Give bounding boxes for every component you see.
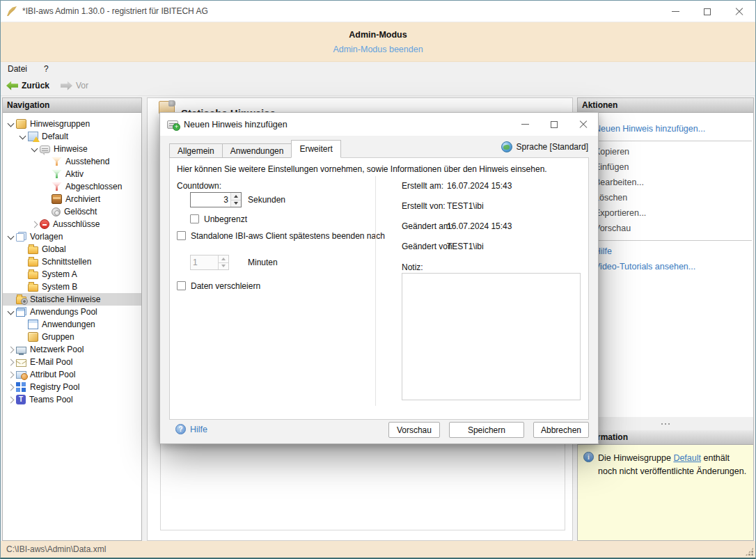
checkbox-icon[interactable] <box>190 214 199 223</box>
obfuscate-data-checkbox[interactable]: Daten verschleiern <box>177 281 260 292</box>
tree-item-statische-hinweise[interactable]: Statische Hinweise <box>3 293 141 306</box>
tree-item-hinweise[interactable]: Hinweise <box>3 143 141 155</box>
static-icon <box>16 297 26 304</box>
expander-down-icon[interactable] <box>6 232 16 242</box>
tab-anwendungen[interactable]: Anwendungen <box>222 143 292 158</box>
tree-item-label: Aktiv <box>65 169 84 179</box>
language-selector[interactable]: Sprache [Standard] <box>501 141 588 152</box>
expander-right-icon[interactable] <box>6 357 16 368</box>
expander-right-icon[interactable] <box>6 370 16 380</box>
menu-datei[interactable]: Datei <box>8 64 27 74</box>
tree-item-archiviert[interactable]: Archiviert <box>3 193 141 205</box>
expander-down-icon[interactable] <box>6 119 16 129</box>
tree-item-anwendungs-pool[interactable]: Anwendungs Pool <box>3 306 141 318</box>
standalone-quit-checkbox[interactable]: Standalone IBI-aws Client spätestens bee… <box>177 230 386 242</box>
tree-item-global[interactable]: Global <box>3 243 141 255</box>
close-button[interactable] <box>723 1 755 22</box>
dialog-minimize-button[interactable] <box>510 113 540 136</box>
tab-allgemein[interactable]: Allgemein <box>169 143 223 158</box>
maximize-icon <box>551 121 558 128</box>
minutes-unit-label: Minuten <box>248 258 278 267</box>
checkbox-icon[interactable] <box>177 281 186 290</box>
spin-down-button[interactable] <box>231 200 241 207</box>
tree-item-system-a[interactable]: System A <box>3 268 141 281</box>
indent-spacer <box>17 282 28 292</box>
maximize-button[interactable] <box>691 1 723 22</box>
countdown-spinner[interactable] <box>190 192 242 207</box>
dialog-maximize-button[interactable] <box>540 113 569 136</box>
tree-item-schnittstellen[interactable]: Schnittstellen <box>3 255 141 268</box>
countdown-input[interactable] <box>191 193 230 207</box>
tab-erweitert[interactable]: Erweitert <box>291 140 340 158</box>
box-icon <box>16 119 26 129</box>
tree-item-system-b[interactable]: System B <box>3 281 141 293</box>
tree-item-label: Gelöscht <box>64 207 97 216</box>
tree-item-label: Teams Pool <box>29 395 73 404</box>
note-textarea[interactable] <box>402 273 581 400</box>
tree-item-gelöscht[interactable]: Gelöscht <box>3 205 141 218</box>
tree-item-gruppen[interactable]: Gruppen <box>3 331 141 343</box>
unlimited-checkbox[interactable]: Unbegrenzt <box>190 214 247 225</box>
info-icon <box>583 452 594 462</box>
toolbar: Zurück Vor <box>1 76 755 96</box>
speichern-button[interactable]: Speichern <box>449 422 524 438</box>
tree-item-abgeschlossen[interactable]: Abgeschlossen <box>3 180 141 193</box>
checkbox-icon[interactable] <box>177 231 186 240</box>
tree-item-netzwerk-pool[interactable]: Netzwerk Pool <box>3 343 141 356</box>
default-group-link[interactable]: Default <box>673 453 701 463</box>
tree-item-label: Ausschlüsse <box>53 219 100 229</box>
actions-list: Neuen Hinweis hinzufügen...KopierenEinfü… <box>578 113 753 275</box>
action-hilfe[interactable]: Hilfe <box>578 244 753 260</box>
data-file-path: C:\IBI-aws\Admin\Data.xml <box>6 544 106 554</box>
expander-down-icon[interactable] <box>29 144 40 155</box>
action-video-tutorials-ansehen[interactable]: Video-Tutorials ansehen... <box>578 260 753 275</box>
tree-item-e-mail-pool[interactable]: E-Mail Pool <box>3 356 141 368</box>
action-einfügen: Einfügen <box>578 160 753 175</box>
tree-item-aktiv[interactable]: Aktiv <box>3 168 141 180</box>
indent-spacer <box>17 257 28 267</box>
abbrechen-button[interactable]: Abbrechen <box>533 422 589 438</box>
tree-item-anwendungen[interactable]: Anwendungen <box>3 318 141 331</box>
indent-spacer <box>41 194 52 205</box>
tree-item-registry-pool[interactable]: Registry Pool <box>3 381 141 393</box>
meta-value-geändert-am: 16.07.2024 15:43 <box>447 221 512 231</box>
indent-spacer <box>41 182 52 192</box>
expander-down-icon[interactable] <box>17 132 28 142</box>
archive-icon <box>52 194 62 204</box>
expander-right-icon[interactable] <box>6 395 16 405</box>
tree-item-default[interactable]: Default <box>3 130 141 143</box>
tree-item-label: Hinweise <box>54 144 88 154</box>
expander-down-icon[interactable] <box>6 307 16 317</box>
spin-up-button[interactable] <box>231 193 241 200</box>
tree-item-ausstehend[interactable]: Ausstehend <box>3 155 141 168</box>
action-neuen-hinweis-hinzufügen[interactable]: Neuen Hinweis hinzufügen... <box>578 122 753 137</box>
tree-item-label: Registry Pool <box>30 382 79 392</box>
vorschau-button[interactable]: Vorschau <box>388 422 440 438</box>
panel-splitter[interactable] <box>578 417 753 430</box>
seconds-unit-label: Sekunden <box>248 195 285 205</box>
dialog-tabs: AllgemeinAnwendungenErweitert <box>169 139 340 158</box>
tree-item-ausschlüsse[interactable]: Ausschlüsse <box>3 218 141 230</box>
menu-[interactable]: ? <box>44 64 49 74</box>
dialog-close-button[interactable] <box>569 113 598 136</box>
folder-icon <box>28 284 38 292</box>
back-button[interactable]: Zurück <box>6 81 49 90</box>
minimize-button[interactable] <box>659 1 691 22</box>
tree-item-teams-pool[interactable]: Teams Pool <box>3 393 141 406</box>
tree-item-vorlagen[interactable]: Vorlagen <box>3 230 141 243</box>
expander-right-icon[interactable] <box>6 382 16 393</box>
tree-item-label: Archiviert <box>65 194 100 204</box>
indent-spacer <box>41 207 52 217</box>
tree-item-attribut-pool[interactable]: Attribut Pool <box>3 368 141 381</box>
meta-label-erstellt-am: Erstellt am: <box>402 181 443 191</box>
action-kopieren: Kopieren <box>578 145 753 160</box>
expander-right-icon[interactable] <box>6 345 16 355</box>
expander-right-icon[interactable] <box>29 219 40 230</box>
dialog-help-link[interactable]: Hilfe <box>175 424 207 434</box>
information-text-prefix: Die Hinweisgruppe <box>598 453 673 463</box>
indent-spacer <box>17 332 28 343</box>
resize-grip[interactable] <box>745 547 754 556</box>
admin-mode-exit-link[interactable]: Admin-Modus beenden <box>333 45 423 54</box>
action-exportieren: Exportieren... <box>578 206 753 221</box>
tree-item-hinweisgruppen[interactable]: Hinweisgruppen <box>3 118 141 130</box>
